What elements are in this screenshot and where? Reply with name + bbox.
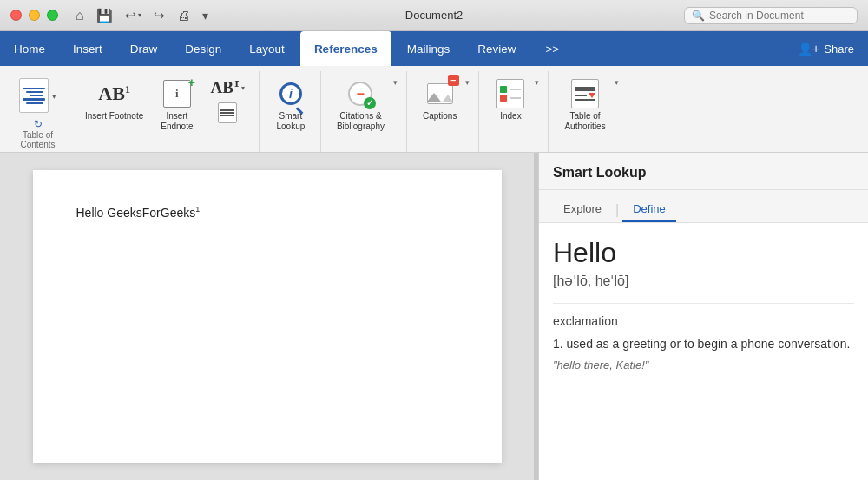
citations-label: Citations &Bibliography xyxy=(337,111,385,132)
word-title: Hello xyxy=(553,237,854,269)
authorities-group: Table ofAuthorities ▾ xyxy=(550,71,627,152)
panel-header: Smart Lookup xyxy=(539,153,868,190)
citations-group: – ✓ Citations &Bibliography ▾ xyxy=(323,71,407,152)
search-icon: 🔍 xyxy=(692,10,705,22)
captions-dropdown-arrow[interactable]: ▾ xyxy=(465,78,470,87)
index-dropdown-arrow[interactable]: ▾ xyxy=(535,78,539,87)
smart-lookup-panel: Smart Lookup Explore | Define Hello [həˈ… xyxy=(538,153,868,480)
insert-endnote-label: InsertEndnote xyxy=(161,111,193,132)
panel-title: Smart Lookup xyxy=(553,165,854,181)
panel-tabs: Explore | Define xyxy=(539,190,868,223)
footnote-doc-icon xyxy=(218,102,237,123)
part-of-speech: exclamation xyxy=(553,314,854,328)
panel-content: Hello [həˈlō, heˈlō] exclamation 1. used… xyxy=(539,223,868,480)
menu-item-review[interactable]: Review xyxy=(464,31,529,66)
index-group: Index ▾ xyxy=(481,71,549,152)
authorities-dropdown-arrow[interactable]: ▾ xyxy=(615,78,619,87)
captions-label: Captions xyxy=(423,111,457,122)
captions-button[interactable]: – Captions xyxy=(418,75,462,125)
save-icon[interactable]: 💾 xyxy=(96,8,113,23)
citations-button[interactable]: – ✓ Citations &Bibliography xyxy=(332,75,390,135)
insert-endnote-button[interactable]: i + InsertEndnote xyxy=(155,75,198,135)
index-button[interactable]: Index xyxy=(490,75,531,125)
undo-button[interactable]: ↩▾ xyxy=(125,8,141,23)
document-content: Hello GeeksForGeeks1 xyxy=(76,205,458,220)
menu-bar: Home Insert Draw Design Layout Reference… xyxy=(0,31,868,66)
menu-item-references[interactable]: References xyxy=(300,31,391,66)
redo-button[interactable]: ↪ xyxy=(154,8,165,23)
document-page: Hello GeeksForGeeks1 xyxy=(33,170,502,463)
share-icon: 👤+ xyxy=(798,42,819,56)
print-icon[interactable]: 🖨 xyxy=(177,8,190,23)
home-icon[interactable]: ⌂ xyxy=(76,8,84,23)
ab-endnote-button[interactable]: AB1̄ ▾ xyxy=(206,75,250,101)
menu-item-home[interactable]: Home xyxy=(0,31,59,66)
menu-item-draw[interactable]: Draw xyxy=(116,31,172,66)
index-label: Index xyxy=(500,111,521,122)
title-bar-icons: ⌂ 💾 ↩▾ ↪ 🖨 ▾ xyxy=(76,8,208,23)
definition-item: 1. used as a greeting or to begin a phon… xyxy=(553,335,854,374)
share-button[interactable]: 👤+ Share xyxy=(784,42,868,56)
menu-item-insert[interactable]: Insert xyxy=(59,31,116,66)
toc-group-label: Table ofContents xyxy=(20,130,55,152)
ribbon: ▾ ↻ Table ofContents AB1 Insert Footnote xyxy=(0,66,868,153)
toc-group: ▾ ↻ Table ofContents xyxy=(7,71,69,152)
window-controls[interactable] xyxy=(10,10,58,21)
menu-item-design[interactable]: Design xyxy=(171,31,235,66)
citations-dropdown-arrow[interactable]: ▾ xyxy=(393,78,398,87)
footnote-superscript: 1 xyxy=(195,205,200,214)
customize-icon[interactable]: ▾ xyxy=(202,9,208,23)
title-bar: ⌂ 💾 ↩▾ ↪ 🖨 ▾ Document2 🔍 xyxy=(0,0,868,31)
footnotes-group: AB1 Insert Footnote i + InsertEndnote xyxy=(71,71,260,152)
insert-footnote-button[interactable]: AB1 Insert Footnote xyxy=(80,75,148,125)
definition-section: exclamation 1. used as a greeting or to … xyxy=(553,303,854,374)
close-button[interactable] xyxy=(10,10,22,21)
window-title: Document2 xyxy=(405,9,463,22)
define-tab[interactable]: Define xyxy=(622,197,676,222)
menu-item-more[interactable]: >> xyxy=(531,31,573,66)
minimize-button[interactable] xyxy=(29,10,40,21)
smart-lookup-button[interactable]: i SmartLookup xyxy=(270,75,312,135)
smart-lookup-group: i SmartLookup xyxy=(261,71,321,152)
search-bar[interactable]: 🔍 xyxy=(684,7,858,24)
explore-tab[interactable]: Explore xyxy=(553,197,612,222)
content-area: Hello GeeksForGeeks1 Smart Lookup Explor… xyxy=(0,153,868,480)
toc-button[interactable]: ▾ xyxy=(16,75,60,116)
search-input[interactable] xyxy=(709,10,848,22)
menu-item-layout[interactable]: Layout xyxy=(235,31,299,66)
insert-footnote-label: Insert Footnote xyxy=(85,111,143,122)
definition-example: "hello there, Katie!" xyxy=(553,357,854,374)
authorities-button[interactable]: Table ofAuthorities xyxy=(559,75,610,135)
authorities-label: Table ofAuthorities xyxy=(564,111,605,132)
toc-refresh-btn[interactable]: ↻ xyxy=(34,118,43,130)
document-area: Hello GeeksForGeeks1 xyxy=(0,153,534,480)
menu-item-mailings[interactable]: Mailings xyxy=(393,31,464,66)
word-phonetic: [həˈlō, heˈlō] xyxy=(553,273,854,289)
maximize-button[interactable] xyxy=(47,10,58,21)
captions-group: – Captions ▾ xyxy=(409,71,479,152)
